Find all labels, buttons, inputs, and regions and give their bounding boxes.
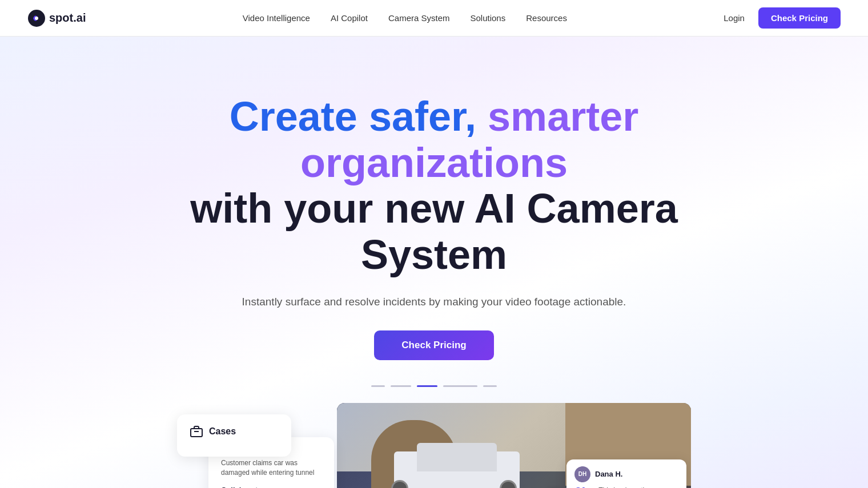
indicator-2[interactable]	[391, 385, 411, 387]
indicator-5[interactable]	[483, 385, 497, 387]
nav-right: Login Check Pricing	[724, 7, 841, 29]
indicator-1[interactable]	[371, 385, 385, 387]
indicator-4[interactable]	[443, 385, 477, 387]
nav-camera-system[interactable]: Camera System	[388, 13, 450, 23]
logo-text: spot.ai	[49, 11, 86, 25]
cases-card: Cases	[177, 414, 291, 457]
nav-resources[interactable]: Resources	[526, 13, 567, 23]
briefcase-icon	[190, 425, 203, 438]
hero-section: Create safer, smarter organizations with…	[0, 37, 868, 488]
comment-avatar: DH	[574, 466, 590, 482]
collaborators-label: Collaborators	[221, 486, 322, 488]
nav-links: Video Intelligence AI Copilot Camera Sys…	[243, 13, 567, 23]
hero-subtitle: Instantly surface and resolve incidents …	[242, 294, 626, 310]
logo[interactable]: spot.ai	[27, 9, 86, 27]
slide-indicators	[371, 385, 497, 387]
cases-label: Cases	[209, 426, 236, 437]
check-pricing-nav-button[interactable]: Check Pricing	[758, 7, 841, 29]
nav-ai-copilot[interactable]: AI Copilot	[331, 13, 368, 23]
comment-mention: @Jose	[574, 486, 597, 488]
nav-solutions[interactable]: Solutions	[471, 13, 506, 23]
indicator-3[interactable]	[417, 385, 437, 387]
comment-text: @Jose This is where the customer said th…	[574, 486, 678, 488]
preview-section: Cases Description Customer claims car wa…	[0, 403, 868, 488]
cases-card-header: Cases	[190, 425, 279, 438]
comment-username: Dana H.	[595, 470, 622, 478]
login-link[interactable]: Login	[724, 13, 745, 23]
camera-feed: A DH Dana H. @Jose This is where the cus…	[337, 403, 691, 488]
svg-rect-2	[191, 429, 202, 437]
spot-ai-logo-icon	[27, 9, 46, 27]
preview-container: Cases Description Customer claims car wa…	[177, 403, 691, 488]
comment-bubble: DH Dana H. @Jose This is where the custo…	[566, 459, 686, 488]
hero-title-line2: with your new AI Camera System	[148, 185, 720, 277]
check-pricing-hero-button[interactable]: Check Pricing	[374, 330, 493, 360]
comment-user: DH Dana H.	[574, 466, 678, 482]
svg-point-1	[35, 17, 38, 20]
hero-title: Create safer, smarter organizations with…	[148, 94, 720, 278]
navbar: spot.ai Video Intelligence AI Copilot Ca…	[0, 0, 868, 37]
hero-title-line1: Create safer, smarter organizations	[148, 94, 720, 185]
description-text: Customer claims car was damaged while en…	[221, 458, 322, 478]
nav-video-intelligence[interactable]: Video Intelligence	[243, 13, 310, 23]
hero-title-blue: Create safer,	[230, 94, 488, 139]
